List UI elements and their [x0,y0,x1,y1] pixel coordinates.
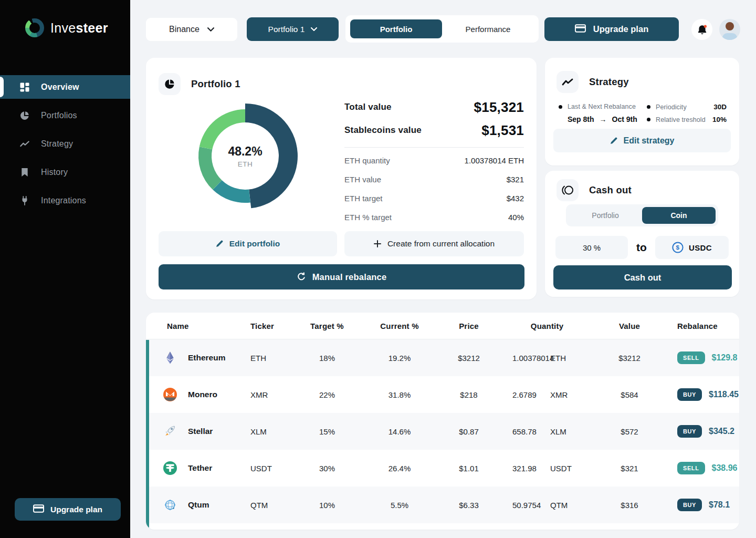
portfolio-select[interactable]: Portfolio 1 [247,17,339,41]
credit-card-icon [575,24,586,35]
credit-card-icon [33,504,44,515]
stat-value: 1.00378014 ETH [465,156,524,165]
sidebar-item-strategy[interactable]: Strategy [0,132,130,156]
strategy-card-header: Strategy [556,71,629,93]
target-percent: 10% [303,501,351,510]
coin-quantity: 321.98 [512,464,550,473]
coin-quantity: 658.78 [512,427,550,436]
dashboard-grid-icon [19,82,29,92]
manual-rebalance-label: Manual rebalance [312,272,387,282]
brand-name: Investeer [50,20,108,36]
coin-price: $6.33 [448,501,489,510]
tab-portfolio[interactable]: Portfolio [350,19,442,38]
qtum-icon [160,498,188,512]
current-percent: 14.6% [351,427,448,436]
monero-icon [160,387,188,402]
column-header-price: Price [448,322,489,330]
table-header-row: NameTickerTarget %Current %PriceQuantity… [146,313,739,339]
table-row-stellar: StellarXLM15%14.6%$0.87658.78XLM$572BUY$… [146,413,739,450]
coin-quantity-unit: XMR [550,390,582,399]
toggle-portfolio[interactable]: Portfolio [569,207,642,224]
coin-price: $218 [448,390,489,399]
notifications-button[interactable] [691,19,712,40]
strategy-card: Strategy Last & Next Rebalance Sep 8th →… [545,58,739,165]
current-percent: 26.4% [351,464,448,473]
chevron-down-icon [311,27,317,31]
app-root: Investeer OverviewPortfoliosStrategyHist… [0,0,756,538]
buy-badge[interactable]: BUY [677,388,702,401]
stat-row: ETH value$321 [344,170,524,189]
rebalance-amount: $129.8 [712,353,738,363]
avatar-head [726,22,734,30]
allocation-donut-chart: 48.2% ETH [187,98,303,214]
sell-badge[interactable]: SELL [677,462,705,474]
current-percent: 19.2% [351,354,448,363]
stat-label: Stablecoins value [344,125,422,136]
sidebar-item-portfolios[interactable]: Portfolios [0,104,130,127]
column-header-target: Target % [303,322,351,330]
stat-label: ETH value [344,175,381,184]
buy-badge[interactable]: BUY [677,499,702,511]
rebalance-schedule-label: Last & Next Rebalance [568,103,636,110]
sidebar-item-integrations[interactable]: Integrations [0,189,130,212]
stat-value: 40% [508,213,524,222]
coin-name: Stellar [188,427,250,436]
sidebar-item-label: Integrations [41,196,86,205]
edit-strategy-label: Edit strategy [624,136,675,146]
table-body: EthereumETH18%19.2%$32121.00378014ETH$32… [146,339,739,523]
coin-ticker: QTM [250,501,303,510]
stat-row: ETH % target40% [344,208,524,226]
ethereum-icon [160,350,188,365]
buy-badge[interactable]: BUY [677,425,702,438]
exchange-select[interactable]: Binance [146,18,237,41]
cashout-percent-input[interactable]: 30 % [555,236,628,259]
bullet-dot [559,105,562,109]
rebalance-cell: SELL$38.96 [677,462,739,474]
coin-quantity: 1.00378014 [512,354,550,363]
svg-text:$: $ [676,244,680,251]
coin-quantity: 2.6789 [512,390,550,399]
edit-portfolio-button[interactable]: Edit portfolio [159,231,337,256]
target-percent: 15% [303,427,351,436]
table-row-tether: TetherUSDT30%26.4%$1.01321.98USDT$321SEL… [146,450,739,487]
plus-icon [374,240,381,247]
create-from-allocation-button[interactable]: Create from current allocation [344,231,524,256]
coin-ticker: XLM [250,427,303,436]
stat-row: Total value$15,321 [344,96,524,119]
sidebar-upgrade-plan-button[interactable]: Upgrade plan [15,498,121,521]
sidebar-item-label: Overview [41,82,79,92]
upgrade-plan-button[interactable]: Upgrade plan [544,17,679,41]
sell-badge[interactable]: SELL [677,351,705,364]
create-from-allocation-label: Create from current allocation [387,239,495,249]
coin-name: Qtum [188,500,250,510]
plug-icon [19,195,29,205]
coin-value: $572 [582,427,677,436]
sidebar-item-history[interactable]: History [0,160,130,184]
to-label: to [628,241,655,254]
rebalance-amount: $38.96 [712,463,738,473]
coin-quantity-unit: USDT [550,464,582,473]
bell-icon [697,24,708,35]
donut-segment [200,109,245,149]
manual-rebalance-button[interactable]: Manual rebalance [159,264,524,289]
pie-chart-icon [19,110,29,120]
edit-strategy-button[interactable]: Edit strategy [553,129,731,152]
user-avatar[interactable] [719,19,740,40]
stat-row: ETH target$432 [344,189,524,208]
coin-ticker: XMR [250,390,303,399]
rebalance-cell: BUY$118.45 [677,388,739,401]
rebalance-amount: $345.2 [709,427,734,436]
cashout-coin-select[interactable]: $ USDC [655,236,729,259]
upgrade-plan-label: Upgrade plan [593,24,648,34]
sidebar-item-overview[interactable]: Overview [0,75,130,99]
toggle-coin[interactable]: Coin [642,207,716,224]
rebalance-amount: $78.1 [709,500,730,510]
cashout-button[interactable]: Cash out [553,265,732,289]
sidebar-item-label: Portfolios [41,111,77,120]
rebalance-amount: $118.45 [709,390,739,399]
pencil-icon [610,137,617,144]
brand-logo-icon [25,18,44,37]
stat-value: $321 [507,175,524,184]
tab-performance[interactable]: Performance [442,19,534,38]
cashout-card-header: Cash out [556,179,632,201]
